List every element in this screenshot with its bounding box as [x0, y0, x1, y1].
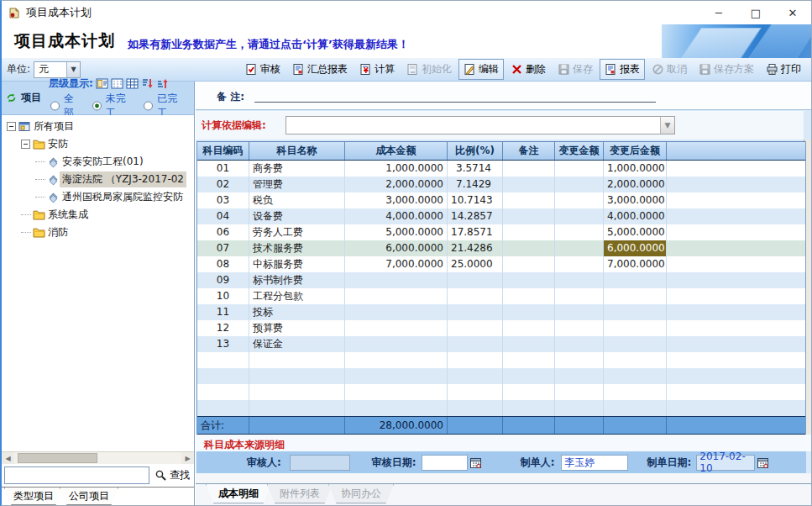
table-row[interactable]: 12预算费	[197, 320, 805, 336]
cell-remark[interactable]	[503, 208, 555, 224]
column-header[interactable]: 备注	[503, 142, 555, 160]
cell-after[interactable]	[604, 384, 667, 400]
cell-remark[interactable]	[503, 240, 555, 256]
column-header[interactable]: 科目名称	[249, 142, 345, 160]
remark-input[interactable]	[254, 102, 656, 103]
cell-code[interactable]: 13	[197, 336, 249, 352]
cell-ratio[interactable]	[448, 400, 503, 416]
cell-ratio[interactable]: 10.7143	[448, 192, 503, 208]
creator-field[interactable]: 李玉婷	[561, 455, 628, 471]
tab-附件列表[interactable]: 附件列表	[267, 484, 333, 503]
cell-name[interactable]	[249, 368, 345, 384]
search-button[interactable]: 查找	[153, 466, 191, 484]
cell-name[interactable]: 中标服务费	[249, 256, 345, 272]
cell-change[interactable]	[555, 368, 604, 384]
column-header[interactable]: 成本金额	[345, 142, 448, 160]
cell-after[interactable]	[604, 352, 667, 368]
cell-amount[interactable]	[345, 272, 448, 288]
cell-remark[interactable]	[503, 304, 555, 320]
cell-change[interactable]	[555, 288, 604, 304]
cell-amount[interactable]	[345, 384, 448, 400]
refresh-icon[interactable]	[5, 92, 18, 104]
cell-code[interactable]	[197, 384, 249, 400]
cell-name[interactable]	[249, 400, 345, 416]
cell-after[interactable]	[604, 400, 667, 416]
print-button[interactable]: 打印	[761, 59, 806, 80]
cell-remark[interactable]	[503, 352, 555, 368]
scrollbar-thumb[interactable]	[18, 453, 97, 463]
cell-code[interactable]: 06	[197, 224, 249, 240]
cell-after[interactable]: 2,000.0000	[604, 177, 667, 192]
cell-after[interactable]	[604, 368, 667, 384]
cell-remark[interactable]	[503, 192, 555, 208]
sidebar-tab-公司项目[interactable]: 公司项目	[60, 488, 118, 505]
create-date-field[interactable]: 2017-02-10	[696, 455, 755, 471]
cell-remark[interactable]	[503, 400, 555, 416]
cell-remark[interactable]	[503, 161, 555, 177]
cell-ratio[interactable]: 7.1429	[448, 177, 503, 192]
cell-code[interactable]	[197, 368, 249, 384]
cell-change[interactable]	[555, 256, 604, 272]
cell-ratio[interactable]: 25.0000	[448, 256, 503, 272]
cell-code[interactable]: 09	[197, 272, 249, 288]
cell-name[interactable]: 工程分包款	[249, 288, 345, 304]
table-row[interactable]: 13保证金	[197, 336, 805, 352]
cell-name[interactable]: 劳务人工费	[249, 224, 345, 240]
table-row[interactable]	[197, 400, 805, 416]
column-header[interactable]: 比例(%)	[448, 142, 503, 160]
tree-item[interactable]: 消防	[3, 224, 194, 241]
table-row[interactable]	[197, 368, 805, 384]
cell-change[interactable]	[555, 224, 604, 240]
cell-remark[interactable]	[503, 256, 555, 272]
cell-code[interactable]: 11	[197, 304, 249, 320]
cell-amount[interactable]	[345, 320, 448, 336]
delete-button[interactable]: 删除	[506, 59, 551, 80]
audit-date-field[interactable]	[422, 455, 468, 471]
cell-change[interactable]	[555, 304, 604, 320]
cell-amount[interactable]	[345, 368, 448, 384]
cell-code[interactable]	[197, 352, 249, 368]
sort-desc-icon[interactable]	[141, 77, 154, 90]
summary-report-button[interactable]: 汇总报表	[287, 59, 353, 80]
scroll-right-icon[interactable]: ▶	[181, 452, 194, 465]
cell-remark[interactable]	[503, 272, 555, 288]
cell-amount[interactable]: 4,000.0000	[345, 208, 448, 224]
report-button[interactable]: 报表	[600, 59, 645, 80]
auditor-field[interactable]	[290, 455, 350, 471]
cell-amount[interactable]	[345, 400, 448, 416]
calendar-icon[interactable]	[757, 456, 769, 469]
cell-remark[interactable]	[503, 320, 555, 336]
audit-button[interactable]: 审核	[240, 59, 286, 80]
chevron-down-icon[interactable]: ▼	[66, 62, 80, 77]
cell-ratio[interactable]	[448, 288, 503, 304]
cell-name[interactable]: 税负	[249, 192, 345, 208]
cell-after[interactable]: 5,000.0000	[604, 224, 667, 240]
cell-ratio[interactable]	[448, 320, 503, 336]
cell-name[interactable]: 预算费	[249, 320, 345, 336]
cell-ratio[interactable]: 21.4286	[448, 240, 503, 256]
cell-after[interactable]: 7,000.0000	[604, 256, 667, 272]
cell-ratio[interactable]	[448, 304, 503, 320]
cell-amount[interactable]: 5,000.0000	[345, 224, 448, 240]
cell-after[interactable]: 6,000.0000	[604, 240, 667, 256]
cell-after[interactable]: 4,000.0000	[604, 208, 667, 224]
table-row[interactable]: 07技术服务费6,000.000021.42866,000.0000	[197, 240, 805, 256]
cell-name[interactable]: 保证金	[249, 336, 345, 352]
subject-cost-source-link[interactable]: 科目成本来源明细	[204, 438, 285, 452]
chevron-down-icon[interactable]: ▼	[660, 117, 674, 134]
cell-name[interactable]: 技术服务费	[249, 240, 345, 256]
tree-expander-icon[interactable]	[21, 140, 30, 149]
cell-ratio[interactable]	[448, 368, 503, 384]
cell-ratio[interactable]	[448, 384, 503, 400]
cell-code[interactable]: 12	[197, 320, 249, 336]
horizontal-scrollbar[interactable]: ◀ ▶	[2, 451, 194, 464]
cell-code[interactable]: 10	[197, 288, 249, 304]
cell-ratio[interactable]	[448, 272, 503, 288]
cell-name[interactable]: 标书制作费	[249, 272, 345, 288]
tree-expander-icon[interactable]	[7, 122, 16, 131]
cell-change[interactable]	[555, 240, 604, 256]
cell-change[interactable]	[555, 320, 604, 336]
cell-remark[interactable]	[503, 384, 555, 400]
tree-item[interactable]: 所有项目	[3, 118, 194, 135]
cell-amount[interactable]: 7,000.0000	[345, 256, 448, 272]
